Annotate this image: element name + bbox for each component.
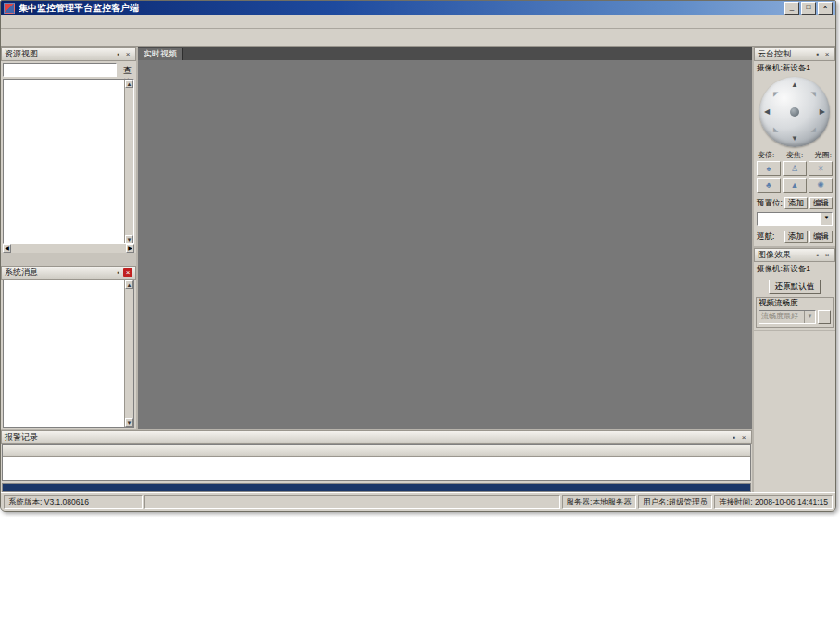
status-server: 服务器:本地服务器 [562,495,636,509]
pin-icon[interactable]: ▪ [114,49,123,59]
alarm-panel-title: 报警记录 [5,431,730,443]
video-tab-bar: 实时视频 [138,47,752,60]
scroll-up-icon[interactable]: ▲ [125,80,133,88]
main-area: 资源视图 ▪ × 查找 ▲▼ ◀▶ [1,47,835,492]
system-message-list [4,280,124,428]
preset-add-button[interactable]: 添加 [784,197,808,209]
ptz-up-right-button[interactable]: ◥ [811,91,816,98]
iris-label: 光圈: [815,150,832,160]
resource-panel-header: 资源视图 ▪ × [1,47,136,61]
ptz-down-button[interactable]: ▼ [791,135,798,143]
close-icon[interactable]: × [123,49,132,59]
ptz-up-left-button[interactable]: ◤ [773,91,778,98]
status-user: 用户名:超级管理员 [638,495,712,509]
smoothness-select[interactable]: 流畅度最好 ▼ [759,310,816,324]
restore-defaults-button[interactable]: 还原默认值 [769,280,821,294]
smoothness-label: 视频流畅度 [759,298,831,309]
smoothness-group: 视频流畅度 流畅度最好 ▼ [756,297,834,328]
smoothness-value: 流畅度最好 [759,311,804,323]
reflection-fade [0,517,836,622]
focus-near-button[interactable]: ♙ [783,161,807,176]
page: 集中监控管理平台监控客户端 _ □ × 资源视图 ▪ × [0,0,840,622]
app-icon [4,3,15,14]
find-button[interactable]: 查找 [119,64,136,77]
tree-vertical-scrollbar[interactable]: ▲▼ [124,80,133,243]
right-sidebar: 云台控制 ▪ × 摄像机:新设备1 ▲ ▼ ◀ ▶ ◤ ◥ ◣ ◢ [752,47,835,492]
resource-panel-title: 资源视图 [5,48,114,60]
title-bar: 集中监控管理平台监控客户端 _ □ × [1,1,835,15]
zoom-label: 变倍: [758,150,774,160]
pin-icon[interactable]: ▪ [813,49,822,59]
close-icon[interactable]: × [739,432,748,442]
zoom-in-button[interactable]: ♠ [757,161,781,176]
ptz-center-button[interactable] [790,107,799,117]
status-bar: 系统版本: V3.1.080616 服务器:本地服务器 用户名:超级管理员 连接… [1,492,835,511]
preset-selected-value [758,213,821,225]
ptz-down-right-button[interactable]: ◢ [811,126,816,133]
ptz-pad: ▲ ▼ ◀ ▶ ◤ ◥ ◣ ◢ [759,77,830,147]
ptz-down-left-button[interactable]: ◣ [773,126,778,133]
pin-icon[interactable]: ▪ [114,268,123,278]
window-reflection [0,517,836,622]
ptz-panel-title: 云台控制 [758,48,813,60]
preset-edit-button[interactable]: 编辑 [809,197,833,209]
tab-live-video[interactable]: 实时视频 [138,48,183,60]
app-window: 集中监控管理平台监控客户端 _ □ × 资源视图 ▪ × [0,0,836,512]
cruise-add-button[interactable]: 添加 [784,231,808,243]
iris-close-button[interactable]: ✺ [809,178,833,193]
scroll-left-icon[interactable]: ◀ [3,244,11,253]
window-title: 集中监控管理平台监控客户端 [19,2,783,15]
status-version: 系统版本: V3.1.080616 [4,495,143,509]
pin-icon[interactable]: ▪ [813,250,822,260]
image-panel-title: 图像效果 [758,249,813,261]
ptz-camera-label: 摄像机:新设备1 [754,61,835,76]
video-area: 实时视频 [138,47,752,429]
system-message-panel: 系统消息 ▪ × ▲▼ [1,266,136,430]
scroll-right-icon[interactable]: ▶ [126,244,134,253]
message-panel-title: 系统消息 [5,267,114,279]
menu-bar [1,15,835,29]
cruise-label: 巡航: [757,231,783,243]
device-search-input[interactable] [3,63,117,77]
zoom-out-button[interactable]: ♣ [757,178,781,193]
status-spacer [144,495,560,509]
close-icon[interactable]: × [822,250,832,260]
toolbar [1,29,835,47]
alarm-table [2,444,751,481]
tree-horizontal-scrollbar[interactable]: ◀▶ [3,244,134,253]
ptz-up-button[interactable]: ▲ [791,81,798,89]
scroll-up-icon[interactable]: ▲ [125,280,133,289]
focus-label: 变焦: [786,150,803,160]
smoothness-apply-button[interactable] [818,310,831,324]
ptz-panel: 云台控制 ▪ × 摄像机:新设备1 ▲ ▼ ◀ ▶ ◤ ◥ ◣ ◢ [754,47,835,248]
device-tree [4,80,124,243]
image-camera-label: 摄像机:新设备1 [754,262,835,277]
message-vertical-scrollbar[interactable]: ▲▼ [124,280,133,428]
image-effect-panel: 图像效果 ▪ × 摄像机:新设备1 还原默认值 视频流畅度 流畅度最好 ▼ [754,248,835,331]
ptz-left-button[interactable]: ◀ [764,108,770,116]
resource-sidebar: 资源视图 ▪ × 查找 ▲▼ ◀▶ [1,47,138,429]
ptz-right-button[interactable]: ▶ [820,108,825,116]
chevron-down-icon[interactable]: ▼ [804,311,815,323]
minimize-button[interactable]: _ [784,2,799,15]
scroll-down-icon[interactable]: ▼ [125,235,133,243]
chevron-down-icon[interactable]: ▼ [821,213,832,225]
close-button[interactable]: × [818,2,833,15]
cruise-edit-button[interactable]: 编辑 [809,231,833,243]
focus-far-button[interactable]: ▲ [783,178,807,193]
alarm-horizontal-scrollbar[interactable] [2,483,751,492]
video-grid [138,60,752,429]
scroll-down-icon[interactable]: ▼ [125,418,133,427]
sidebar-tabs [1,253,136,266]
close-icon[interactable]: × [822,49,832,59]
pin-icon[interactable]: ▪ [730,432,739,442]
alarm-table-header [3,445,750,457]
preset-label: 预置位: [757,198,783,209]
preset-select[interactable]: ▼ [757,212,833,226]
close-icon[interactable]: × [123,268,132,277]
status-connect-time: 连接时间: 2008-10-06 14:41:15 [714,495,833,509]
iris-open-button[interactable]: ✳ [809,161,833,176]
alarm-panel: 报警记录 ▪ × [1,429,752,492]
maximize-button[interactable]: □ [801,2,816,15]
